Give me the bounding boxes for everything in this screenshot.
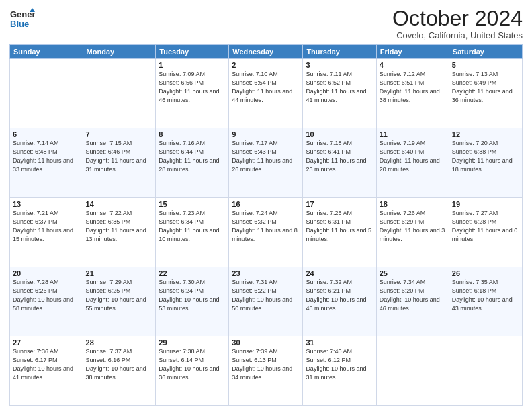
- weekday-header: Tuesday: [156, 45, 229, 59]
- svg-text:Blue: Blue: [10, 19, 29, 29]
- day-number: 7: [86, 130, 153, 138]
- day-info: Sunrise: 7:22 AMSunset: 6:35 PMDaylight:…: [86, 209, 153, 244]
- calendar-cell: 4Sunrise: 7:12 AMSunset: 6:51 PMDaylight…: [376, 59, 449, 128]
- day-number: 13: [13, 200, 80, 208]
- day-number: 26: [452, 269, 519, 277]
- day-number: 25: [380, 269, 446, 277]
- calendar-cell: 14Sunrise: 7:22 AMSunset: 6:35 PMDayligh…: [83, 197, 156, 267]
- day-number: 19: [452, 200, 519, 208]
- day-info: Sunrise: 7:38 AMSunset: 6:14 PMDaylight:…: [159, 347, 226, 382]
- day-info: Sunrise: 7:16 AMSunset: 6:44 PMDaylight:…: [159, 139, 226, 174]
- day-info: Sunrise: 7:23 AMSunset: 6:34 PMDaylight:…: [159, 209, 226, 244]
- day-info: Sunrise: 7:24 AMSunset: 6:32 PMDaylight:…: [232, 209, 300, 244]
- day-info: Sunrise: 7:09 AMSunset: 6:56 PMDaylight:…: [159, 70, 226, 105]
- calendar-cell: 16Sunrise: 7:24 AMSunset: 6:32 PMDayligh…: [229, 197, 303, 267]
- weekday-header: Wednesday: [229, 45, 303, 59]
- calendar-cell: 2Sunrise: 7:10 AMSunset: 6:54 PMDaylight…: [229, 59, 303, 128]
- day-number: 5: [452, 61, 519, 69]
- calendar-cell: 9Sunrise: 7:17 AMSunset: 6:43 PMDaylight…: [229, 128, 303, 197]
- day-number: 18: [380, 200, 446, 208]
- calendar-cell: [449, 336, 522, 405]
- calendar-cell: 17Sunrise: 7:25 AMSunset: 6:31 PMDayligh…: [303, 197, 376, 267]
- calendar-week-row: 1Sunrise: 7:09 AMSunset: 6:56 PMDaylight…: [10, 59, 523, 128]
- day-number: 1: [159, 61, 226, 69]
- day-info: Sunrise: 7:17 AMSunset: 6:43 PMDaylight:…: [232, 139, 300, 174]
- logo-svg: General Blue: [9, 7, 35, 32]
- weekday-header-row: SundayMondayTuesdayWednesdayThursdayFrid…: [10, 45, 523, 59]
- day-number: 16: [232, 200, 300, 208]
- page-header: General Blue October 2024 Covelo, Califo…: [9, 7, 523, 40]
- day-info: Sunrise: 7:34 AMSunset: 6:20 PMDaylight:…: [380, 278, 446, 313]
- day-number: 3: [306, 61, 373, 69]
- day-number: 10: [306, 130, 373, 138]
- weekday-header: Friday: [376, 45, 449, 59]
- day-number: 14: [86, 200, 153, 208]
- calendar-cell: 8Sunrise: 7:16 AMSunset: 6:44 PMDaylight…: [156, 128, 229, 197]
- calendar-cell: 27Sunrise: 7:36 AMSunset: 6:17 PMDayligh…: [10, 336, 83, 405]
- day-info: Sunrise: 7:18 AMSunset: 6:41 PMDaylight:…: [306, 139, 373, 174]
- day-info: Sunrise: 7:10 AMSunset: 6:54 PMDaylight:…: [232, 70, 300, 105]
- calendar-cell: 25Sunrise: 7:34 AMSunset: 6:20 PMDayligh…: [376, 267, 449, 336]
- calendar-cell: 6Sunrise: 7:14 AMSunset: 6:48 PMDaylight…: [10, 128, 83, 197]
- day-number: 4: [380, 61, 446, 69]
- day-info: Sunrise: 7:25 AMSunset: 6:31 PMDaylight:…: [306, 209, 373, 244]
- day-info: Sunrise: 7:27 AMSunset: 6:28 PMDaylight:…: [452, 209, 519, 244]
- day-info: Sunrise: 7:12 AMSunset: 6:51 PMDaylight:…: [380, 70, 446, 105]
- calendar-cell: [83, 59, 156, 128]
- calendar-cell: 30Sunrise: 7:39 AMSunset: 6:13 PMDayligh…: [229, 336, 303, 405]
- day-number: 2: [232, 61, 300, 69]
- day-info: Sunrise: 7:14 AMSunset: 6:48 PMDaylight:…: [13, 139, 80, 174]
- day-number: 9: [232, 130, 300, 138]
- calendar-cell: 5Sunrise: 7:13 AMSunset: 6:49 PMDaylight…: [449, 59, 522, 128]
- day-info: Sunrise: 7:11 AMSunset: 6:52 PMDaylight:…: [306, 70, 373, 105]
- calendar-week-row: 6Sunrise: 7:14 AMSunset: 6:48 PMDaylight…: [10, 128, 523, 197]
- day-number: 30: [232, 338, 300, 347]
- calendar-cell: 7Sunrise: 7:15 AMSunset: 6:46 PMDaylight…: [83, 128, 156, 197]
- day-number: 20: [13, 269, 80, 277]
- day-info: Sunrise: 7:31 AMSunset: 6:22 PMDaylight:…: [232, 278, 300, 313]
- day-number: 29: [159, 338, 226, 347]
- day-info: Sunrise: 7:30 AMSunset: 6:24 PMDaylight:…: [159, 278, 226, 313]
- calendar-cell: 29Sunrise: 7:38 AMSunset: 6:14 PMDayligh…: [156, 336, 229, 405]
- calendar-cell: 15Sunrise: 7:23 AMSunset: 6:34 PMDayligh…: [156, 197, 229, 267]
- day-info: Sunrise: 7:35 AMSunset: 6:18 PMDaylight:…: [452, 278, 519, 313]
- calendar-cell: 13Sunrise: 7:21 AMSunset: 6:37 PMDayligh…: [10, 197, 83, 267]
- day-info: Sunrise: 7:40 AMSunset: 6:12 PMDaylight:…: [306, 347, 373, 382]
- day-info: Sunrise: 7:21 AMSunset: 6:37 PMDaylight:…: [13, 209, 80, 244]
- calendar: SundayMondayTuesdayWednesdayThursdayFrid…: [9, 44, 523, 406]
- day-number: 6: [13, 130, 80, 138]
- calendar-week-row: 13Sunrise: 7:21 AMSunset: 6:37 PMDayligh…: [10, 197, 523, 267]
- calendar-cell: [376, 336, 449, 405]
- day-number: 28: [86, 338, 153, 347]
- calendar-cell: 31Sunrise: 7:40 AMSunset: 6:12 PMDayligh…: [303, 336, 376, 405]
- day-info: Sunrise: 7:32 AMSunset: 6:21 PMDaylight:…: [306, 278, 373, 313]
- day-info: Sunrise: 7:28 AMSunset: 6:26 PMDaylight:…: [13, 278, 80, 313]
- calendar-cell: 3Sunrise: 7:11 AMSunset: 6:52 PMDaylight…: [303, 59, 376, 128]
- calendar-cell: 12Sunrise: 7:20 AMSunset: 6:38 PMDayligh…: [449, 128, 522, 197]
- day-number: 31: [306, 338, 373, 347]
- main-title: October 2024: [392, 7, 523, 30]
- day-info: Sunrise: 7:29 AMSunset: 6:25 PMDaylight:…: [86, 278, 153, 313]
- calendar-cell: 26Sunrise: 7:35 AMSunset: 6:18 PMDayligh…: [449, 267, 522, 336]
- day-number: 27: [13, 338, 80, 347]
- weekday-header: Sunday: [10, 45, 83, 59]
- day-info: Sunrise: 7:26 AMSunset: 6:29 PMDaylight:…: [380, 209, 446, 244]
- calendar-cell: 11Sunrise: 7:19 AMSunset: 6:40 PMDayligh…: [376, 128, 449, 197]
- day-number: 24: [306, 269, 373, 277]
- calendar-cell: 21Sunrise: 7:29 AMSunset: 6:25 PMDayligh…: [83, 267, 156, 336]
- calendar-cell: [10, 59, 83, 128]
- calendar-cell: 18Sunrise: 7:26 AMSunset: 6:29 PMDayligh…: [376, 197, 449, 267]
- day-number: 12: [452, 130, 519, 138]
- day-number: 11: [380, 130, 446, 138]
- calendar-cell: 28Sunrise: 7:37 AMSunset: 6:16 PMDayligh…: [83, 336, 156, 405]
- weekday-header: Thursday: [303, 45, 376, 59]
- title-block: October 2024 Covelo, California, United …: [392, 7, 523, 40]
- calendar-cell: 20Sunrise: 7:28 AMSunset: 6:26 PMDayligh…: [10, 267, 83, 336]
- day-info: Sunrise: 7:20 AMSunset: 6:38 PMDaylight:…: [452, 139, 519, 174]
- weekday-header: Monday: [83, 45, 156, 59]
- weekday-header: Saturday: [449, 45, 522, 59]
- logo: General Blue: [9, 7, 35, 32]
- calendar-cell: 22Sunrise: 7:30 AMSunset: 6:24 PMDayligh…: [156, 267, 229, 336]
- calendar-cell: 23Sunrise: 7:31 AMSunset: 6:22 PMDayligh…: [229, 267, 303, 336]
- day-number: 21: [86, 269, 153, 277]
